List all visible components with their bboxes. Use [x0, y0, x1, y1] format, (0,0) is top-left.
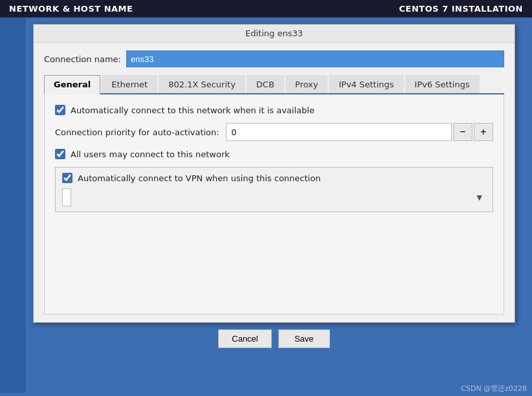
priority-input-group: − + — [226, 123, 493, 141]
dialog-wrapper: Editing ens33 Connection name: General E… — [26, 17, 532, 393]
auto-connect-checkbox[interactable] — [55, 105, 65, 115]
all-users-checkbox[interactable] — [55, 149, 65, 159]
connection-name-input[interactable] — [126, 50, 504, 67]
all-users-label: All users may connect to this network — [71, 149, 230, 159]
vpn-dropdown-row: ▼ — [62, 188, 486, 206]
vpn-section: Automatically connect to VPN when using … — [55, 167, 493, 212]
vpn-checkbox-row: Automatically connect to VPN when using … — [62, 173, 486, 183]
tab-panel-general: Automatically connect to this network wh… — [44, 94, 504, 314]
vpn-dropdown-wrapper: ▼ — [62, 188, 486, 206]
tab-security[interactable]: 802.1X Security — [159, 75, 245, 93]
vpn-label: Automatically connect to VPN when using … — [78, 173, 320, 183]
main-area: Editing ens33 Connection name: General E… — [0, 17, 532, 393]
tab-general[interactable]: General — [44, 75, 100, 94]
tab-ipv6[interactable]: IPv6 Settings — [405, 75, 480, 93]
priority-input[interactable] — [226, 123, 452, 141]
auto-connect-label: Automatically connect to this network wh… — [71, 105, 315, 115]
dialog-titlebar: Editing ens33 — [34, 25, 515, 43]
dialog: Editing ens33 Connection name: General E… — [33, 24, 515, 323]
vpn-checkbox[interactable] — [62, 173, 72, 183]
connection-name-row: Connection name: — [44, 50, 504, 67]
all-users-row: All users may connect to this network — [55, 149, 493, 159]
dialog-title: Editing ens33 — [245, 28, 303, 38]
tab-ethernet[interactable]: Ethernet — [102, 75, 157, 93]
save-button[interactable]: Save — [278, 329, 330, 348]
auto-connect-row: Automatically connect to this network wh… — [55, 105, 493, 115]
bottom-bar: Cancel Save — [205, 323, 342, 355]
tab-proxy[interactable]: Proxy — [285, 75, 328, 93]
priority-minus-button[interactable]: − — [453, 123, 472, 141]
cancel-button[interactable]: Cancel — [218, 329, 271, 348]
tab-dcb[interactable]: DCB — [247, 75, 284, 93]
priority-row: Connection priority for auto-activation:… — [55, 123, 493, 141]
priority-label: Connection priority for auto-activation: — [55, 127, 219, 137]
dialog-content: Connection name: General Ethernet 802.1X… — [34, 43, 515, 322]
priority-plus-button[interactable]: + — [474, 123, 493, 141]
vpn-dropdown[interactable] — [62, 188, 71, 206]
tab-ipv4[interactable]: IPv4 Settings — [329, 75, 403, 93]
app-title-left: NETWORK & HOST NAME — [9, 4, 133, 14]
app-title-right: CENTOS 7 INSTALLATION — [399, 4, 523, 14]
top-bar: NETWORK & HOST NAME CENTOS 7 INSTALLATIO… — [0, 0, 532, 17]
vpn-dropdown-arrow-icon: ▼ — [477, 193, 482, 202]
connection-name-label: Connection name: — [44, 54, 121, 64]
tabs: General Ethernet 802.1X Security DCB Pro… — [44, 75, 504, 94]
sidebar — [0, 17, 26, 393]
watermark: CSDN @雪迁z0228 — [461, 384, 527, 393]
